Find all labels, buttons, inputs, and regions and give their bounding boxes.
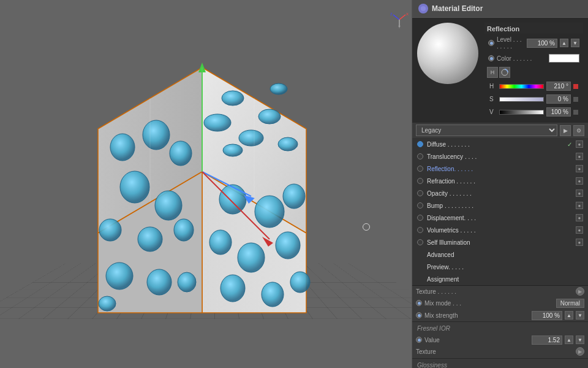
svg-point-11 <box>258 109 281 124</box>
svg-point-37 <box>290 272 310 293</box>
svg-point-29 <box>219 185 246 214</box>
val-slider[interactable] <box>499 110 544 115</box>
channel-volumetrics[interactable]: Volumetrics . . . . . ● <box>412 224 588 236</box>
sat-indicator <box>573 97 578 102</box>
reflection-icon[interactable]: ● <box>576 165 583 172</box>
refraction-icon[interactable]: ● <box>576 177 583 185</box>
texture-row: Texture . . . . . . ▶ <box>412 286 588 297</box>
sat-slider[interactable] <box>499 97 544 102</box>
fresnel-value-row: Value ▲ ▼ <box>412 334 588 346</box>
mix-strength-row: Mix strength ▲ ▼ <box>412 309 588 321</box>
svg-line-1 <box>393 15 399 20</box>
diffuse-dot <box>417 141 423 147</box>
legacy-select[interactable]: Legacy Standard Physical <box>416 125 557 136</box>
mix-mode-radio[interactable] <box>416 300 422 306</box>
volumetrics-icon[interactable]: ● <box>576 226 583 234</box>
opacity-icon[interactable]: ● <box>576 190 583 197</box>
svg-point-22 <box>99 219 121 241</box>
fresnel-section: Fresnel IOR Value ▲ ▼ Texture ▶ <box>412 321 588 358</box>
glossiness-header: Glossiness <box>412 360 588 368</box>
channel-refraction[interactable]: Refraction . . . . . . ● <box>412 175 588 187</box>
fresnel-down[interactable]: ▼ <box>576 335 584 344</box>
svg-point-15 <box>270 83 287 94</box>
fresnel-input[interactable] <box>532 335 562 345</box>
material-icon <box>418 4 428 13</box>
svg-point-35 <box>221 275 245 302</box>
hue-slider[interactable] <box>499 84 544 89</box>
mix-strength-input[interactable] <box>532 311 562 320</box>
fresnel-up[interactable]: ▲ <box>565 335 573 344</box>
channel-assignment[interactable]: Assignment <box>412 273 588 285</box>
diffuse-icon[interactable]: ● <box>576 140 583 148</box>
val-indicator <box>573 110 578 115</box>
channel-preview[interactable]: Preview. . . . . <box>412 261 588 273</box>
channel-displacement[interactable]: Displacement. . . . ● <box>412 212 588 224</box>
svg-point-12 <box>239 130 263 146</box>
mix-strength-up[interactable]: ▲ <box>565 311 573 320</box>
svg-point-21 <box>155 191 182 220</box>
cube-3d <box>61 49 343 331</box>
svg-point-20 <box>120 171 149 203</box>
svg-point-34 <box>276 232 300 259</box>
channel-self-illumination[interactable]: Self Illumination ● <box>412 236 588 248</box>
texture-btn[interactable]: ▶ <box>576 287 584 296</box>
channel-reflection[interactable]: Reflection. . . . . . ● <box>412 163 588 175</box>
svg-point-26 <box>147 269 172 295</box>
val-input[interactable] <box>546 107 571 117</box>
mix-strength-down[interactable]: ▼ <box>576 311 584 320</box>
legacy-settings-btn[interactable]: ⚙ <box>573 125 584 136</box>
channel-translucency[interactable]: Translucency . . . . ● <box>412 150 588 163</box>
color-picker-btn[interactable]: H <box>487 67 498 78</box>
channel-bump[interactable]: Bump . . . . . . . . . ● <box>412 199 588 212</box>
fresnel-texture-btn[interactable]: ▶ <box>576 347 584 356</box>
axes-indicator: X Z Y <box>390 10 409 29</box>
sphere-preview <box>417 23 478 84</box>
refraction-dot <box>417 178 423 184</box>
mix-strength-radio[interactable] <box>416 312 422 318</box>
svg-point-13 <box>204 114 231 131</box>
hue-indicator <box>573 84 578 89</box>
svg-point-36 <box>262 282 284 307</box>
sat-input[interactable] <box>546 94 571 104</box>
channel-diffuse[interactable]: Diffuse . . . . . . . ✓ ● <box>412 138 588 150</box>
fresnel-radio[interactable] <box>416 337 422 343</box>
translucency-dot <box>417 153 423 159</box>
displacement-dot <box>417 215 423 221</box>
preview-right: Reflection Level . . . . . . . . ▲ ▼ Col… <box>482 20 586 120</box>
level-down[interactable]: ▼ <box>571 39 579 47</box>
svg-point-16 <box>223 144 243 156</box>
reflection-section-header: Reflection <box>484 23 583 34</box>
level-radio[interactable] <box>488 40 494 46</box>
svg-point-17 <box>110 134 135 161</box>
saturation-row: S <box>484 93 583 105</box>
svg-point-47 <box>421 6 426 11</box>
svg-point-23 <box>138 227 162 251</box>
cursor <box>363 223 370 231</box>
mix-mode-value[interactable]: Normal <box>556 299 584 308</box>
level-up[interactable]: ▲ <box>560 39 568 47</box>
svg-point-30 <box>255 196 284 228</box>
displacement-icon[interactable]: ● <box>576 214 583 221</box>
self-illumination-icon[interactable]: ● <box>576 239 583 246</box>
glossiness-section: Glossiness Value ▲ ▼ Texture ▶ <box>412 358 588 368</box>
color-wheel-btn[interactable] <box>499 67 510 78</box>
svg-point-31 <box>283 184 305 209</box>
svg-point-24 <box>174 219 194 241</box>
svg-text:Z: Z <box>390 12 393 16</box>
mix-mode-row: Mix mode . . . Normal <box>412 297 588 309</box>
svg-point-25 <box>106 263 133 289</box>
opacity-dot <box>417 190 423 196</box>
level-input[interactable] <box>527 39 557 48</box>
panel-header: Material Editor <box>412 0 588 18</box>
channel-opacity[interactable]: Opacity . . . . . . . ● <box>412 187 588 199</box>
bump-icon[interactable]: ● <box>576 202 583 209</box>
preview-area: Reflection Level . . . . . . . . ▲ ▼ Col… <box>412 18 588 123</box>
color-radio[interactable] <box>488 55 494 61</box>
legacy-icon-btn[interactable]: ▶ <box>560 125 571 136</box>
color-swatch[interactable] <box>549 54 579 63</box>
translucency-icon[interactable]: ● <box>576 153 583 160</box>
color-row: Color . . . . . . <box>484 52 583 64</box>
viewport-3d[interactable]: X Z Y <box>0 0 412 368</box>
channel-advanced[interactable]: Advanced <box>412 248 588 261</box>
hue-input[interactable] <box>546 82 571 91</box>
